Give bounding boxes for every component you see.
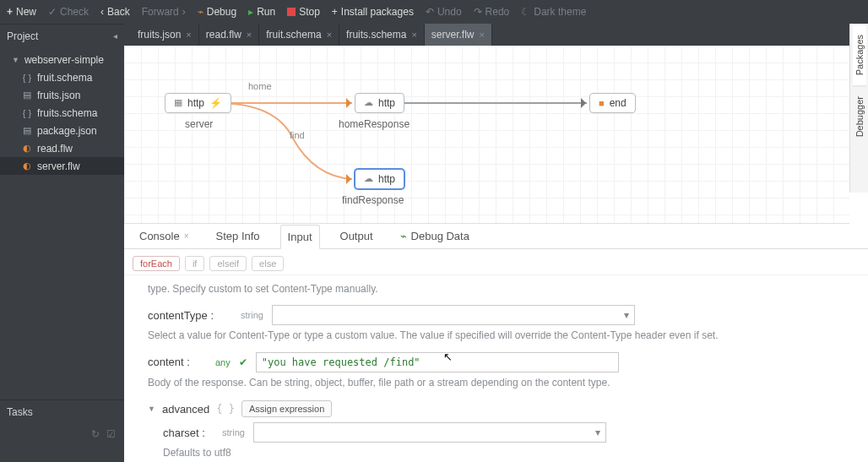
tab-output[interactable]: Output xyxy=(334,225,380,247)
check-all-icon[interactable]: ☑ xyxy=(106,428,116,440)
content-type-badge: any xyxy=(215,357,231,367)
node-find-response-label: findResponse xyxy=(342,194,404,206)
json-icon: ▤ xyxy=(22,90,32,101)
content-input[interactable]: "you have requested /find" xyxy=(256,352,619,372)
check-icon: ✔ xyxy=(239,356,247,368)
dark-theme-button[interactable]: ☾Dark theme xyxy=(521,6,586,18)
run-button[interactable]: ▸Run xyxy=(248,6,275,18)
tab-fruits-json[interactable]: fruits.json× xyxy=(131,24,199,46)
tasks-panel-title: Tasks xyxy=(7,406,33,418)
tab-input[interactable]: Input xyxy=(280,225,320,249)
edge-home-label: home xyxy=(248,81,272,91)
row-advanced[interactable]: ▼ advanced { } Assign expression xyxy=(148,400,856,417)
advanced-label: advanced xyxy=(162,403,209,416)
node-server[interactable]: ▦ http ⚡ xyxy=(165,93,231,113)
assign-expression-button[interactable]: Assign expression xyxy=(241,400,332,417)
tasks-panel-body: ↻ ☑ xyxy=(0,423,124,462)
undo-button[interactable]: ↶Undo xyxy=(426,6,462,18)
check-icon: ✓ xyxy=(48,6,57,18)
tree-item-fruit-schema[interactable]: { }fruit.schema xyxy=(0,68,124,86)
close-icon[interactable]: × xyxy=(184,231,189,241)
chevron-right-icon: › xyxy=(182,6,186,18)
node-server-label: server xyxy=(185,118,213,130)
debug-button[interactable]: ⌁Debug xyxy=(198,6,236,18)
tab-debug-data[interactable]: ⌁Debug Data xyxy=(393,225,476,247)
cloud-icon: ☁ xyxy=(364,97,373,108)
refresh-icon[interactable]: ↻ xyxy=(91,428,100,440)
rail-packages[interactable]: Packages xyxy=(853,24,866,85)
check-button[interactable]: ✓Check xyxy=(48,6,89,18)
editor-tabs: fruits.json× read.flw× fruit.schema× fru… xyxy=(124,24,868,46)
chevron-down-icon: ▾ xyxy=(624,309,629,321)
close-icon[interactable]: × xyxy=(480,30,485,40)
workarea: fruits.json× read.flw× fruit.schema× fru… xyxy=(124,24,868,462)
chip-elseif[interactable]: elseif xyxy=(209,256,247,271)
node-find-response[interactable]: ☁ http xyxy=(355,169,404,189)
tree-item-fruits-schema[interactable]: { }fruits.schema xyxy=(0,104,124,122)
content-label: content : xyxy=(148,356,207,368)
tab-console[interactable]: Console× xyxy=(133,225,196,247)
charset-help: Defaults to utf8 xyxy=(163,446,805,460)
tasks-panel-header[interactable]: Tasks xyxy=(0,399,124,423)
undo-icon: ↶ xyxy=(426,6,434,18)
chip-foreach[interactable]: forEach xyxy=(133,256,180,271)
sidebar: Project ◂ ▼ webserver-simple { }fruit.sc… xyxy=(0,24,124,462)
redo-button[interactable]: ↷Redo xyxy=(474,6,510,18)
download-icon: + xyxy=(332,6,338,18)
content-type-select[interactable]: ▾ xyxy=(272,305,635,325)
content-type-label: contentType : xyxy=(148,309,232,322)
tab-read-flw[interactable]: read.flw× xyxy=(199,24,259,46)
forward-button[interactable]: Forward› xyxy=(142,6,186,18)
tree-item-package-json[interactable]: ▤package.json xyxy=(0,122,124,139)
tree-item-fruits-json[interactable]: ▤fruits.json xyxy=(0,86,124,104)
braces-icon: { } xyxy=(216,403,235,415)
tab-fruit-schema[interactable]: fruit.schema× xyxy=(259,24,339,46)
project-panel-header[interactable]: Project ◂ xyxy=(0,24,124,47)
tree-root-label: webserver-simple xyxy=(24,54,104,66)
chip-else[interactable]: else xyxy=(252,256,284,271)
file-tree: ▼ webserver-simple { }fruit.schema ▤frui… xyxy=(0,47,124,178)
install-packages-button[interactable]: +Install packages xyxy=(332,6,414,18)
tab-fruits-schema[interactable]: fruits.schema× xyxy=(339,24,425,46)
node-home-response[interactable]: ☁ http xyxy=(355,93,404,113)
triangle-down-icon: ▼ xyxy=(148,405,155,413)
back-button[interactable]: ‹Back xyxy=(100,6,130,18)
close-icon[interactable]: × xyxy=(327,30,332,40)
close-icon[interactable]: × xyxy=(186,30,191,40)
close-icon[interactable]: × xyxy=(411,30,416,40)
tab-step-info[interactable]: Step Info xyxy=(209,225,267,247)
json-icon: ▤ xyxy=(22,125,32,136)
tree-item-server-flw[interactable]: ◐server.flw xyxy=(0,157,124,175)
tab-server-flw[interactable]: server.flw× xyxy=(425,24,492,46)
project-panel-title: Project xyxy=(7,30,38,42)
close-icon[interactable]: × xyxy=(247,30,252,40)
stop-icon xyxy=(287,8,296,16)
collapse-icon[interactable]: ◂ xyxy=(113,31,117,41)
logic-chips: forEach if elseif else xyxy=(124,249,868,275)
stop-button[interactable]: Stop xyxy=(287,6,320,18)
flow-icon: ◐ xyxy=(22,160,32,171)
redo-icon: ↷ xyxy=(474,6,482,18)
right-rail: Packages Debugger xyxy=(849,24,868,193)
content-type-type: string xyxy=(241,310,263,320)
schema-icon: { } xyxy=(22,108,32,118)
top-toolbar: +New ✓Check ‹Back Forward› ⌁Debug ▸Run S… xyxy=(0,0,868,24)
chip-if[interactable]: if xyxy=(185,256,205,271)
content-type-help: Select a value for Content-Type or type … xyxy=(148,329,789,343)
tree-item-read-flw[interactable]: ◐read.flw xyxy=(0,139,124,157)
flow-canvas[interactable]: ▦ http ⚡ server ☁ http homeResponse ☁ ht… xyxy=(124,46,849,224)
tree-root[interactable]: ▼ webserver-simple xyxy=(0,51,124,68)
rail-debugger[interactable]: Debugger xyxy=(853,85,866,147)
new-button[interactable]: +New xyxy=(7,6,36,18)
cloud-icon: ☁ xyxy=(364,173,373,184)
flow-icon: ◐ xyxy=(22,143,32,154)
node-end[interactable]: ■ end xyxy=(589,93,636,113)
input-form: type. Specify custom to set Content-Type… xyxy=(124,275,868,462)
plus-icon: + xyxy=(7,6,13,18)
play-icon: ▸ xyxy=(248,6,253,18)
row-content-type: contentType : string ▾ xyxy=(148,305,856,325)
charset-select[interactable]: ▾ xyxy=(253,422,606,443)
edge-find-label: find xyxy=(290,130,305,140)
bug-icon: ⌁ xyxy=(400,230,407,242)
chevron-down-icon: ▼ xyxy=(12,56,19,64)
